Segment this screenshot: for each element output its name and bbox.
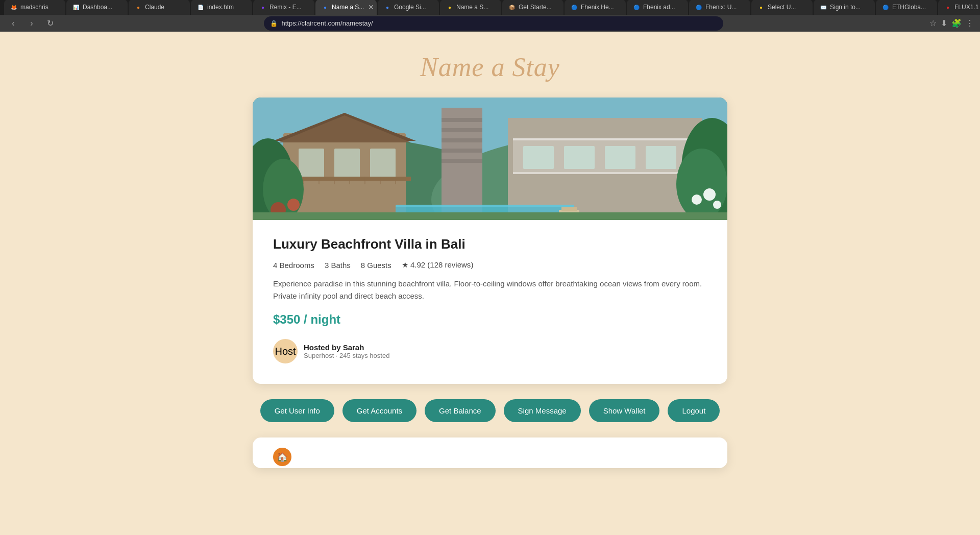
bottom-card: 🏠 <box>253 437 727 468</box>
tab-favicon-remix: ● <box>259 4 266 11</box>
forward-button[interactable]: › <box>24 16 39 31</box>
tab-label-flux: FLUX1.1 [p... <box>954 4 980 11</box>
svg-rect-20 <box>442 138 482 142</box>
star-icon: ★ <box>402 260 408 269</box>
tab-label-select: Select U... <box>768 4 796 11</box>
action-buttons: Get User Info Get Accounts Get Balance S… <box>253 399 727 422</box>
tab-favicon-fhenix1: 🔵 <box>571 4 578 11</box>
svg-rect-42 <box>396 205 574 207</box>
tab-label-google: Google Si... <box>394 4 426 11</box>
baths-info: 3 Baths <box>325 261 351 270</box>
browser-toolbar: ‹ › ↻ 🔒 https://claircent.com/namestay/ … <box>0 15 980 32</box>
tab-claude[interactable]: ● Claude <box>129 0 190 15</box>
tab-favicon-fhenix3: 🔵 <box>695 4 702 11</box>
tab-remix[interactable]: ● Remix - E... <box>253 0 314 15</box>
get-accounts-button[interactable]: Get Accounts <box>342 399 416 422</box>
host-info: Hosted by Sarah Superhost · 245 stays ho… <box>304 343 389 359</box>
svg-rect-25 <box>513 138 697 140</box>
rating-value: 4.92 <box>410 260 425 269</box>
host-avatar: Host <box>273 339 298 363</box>
download-icon[interactable]: ⬇ <box>941 18 947 28</box>
svg-point-39 <box>703 188 716 201</box>
svg-rect-44 <box>561 207 577 211</box>
tab-label-fhenix3: Fhenix: U... <box>705 4 737 11</box>
svg-rect-45 <box>253 212 727 220</box>
tab-madschris[interactable]: 🦊 madschris <box>4 0 65 15</box>
tab-label-dashboard: Dashboa... <box>83 4 112 11</box>
svg-point-40 <box>713 201 721 209</box>
tab-label-signin: Sign in to... <box>830 4 861 11</box>
tab-favicon-madschris: 🦊 <box>10 4 17 11</box>
sign-message-button[interactable]: Sign Message <box>504 399 581 422</box>
reload-button[interactable]: ↻ <box>43 16 57 31</box>
svg-rect-7 <box>334 149 360 179</box>
tab-select[interactable]: ● Select U... <box>751 0 813 15</box>
guests-info: 8 Guests <box>361 261 391 270</box>
show-wallet-button[interactable]: Show Wallet <box>589 399 660 422</box>
tab-label-claude: Claude <box>145 4 164 11</box>
tab-namestay-active[interactable]: ● Name a S... ✕ <box>315 0 377 15</box>
tab-dashboard[interactable]: 📊 Dashboa... <box>66 0 128 15</box>
tab-namestay2[interactable]: ● Name a S... <box>440 0 501 15</box>
tab-label-index: index.htm <box>207 4 234 11</box>
svg-rect-30 <box>646 146 676 169</box>
tab-favicon-dashboard: 📊 <box>72 4 80 11</box>
tab-favicon-namestay-active: ● <box>322 4 329 11</box>
tab-label-ethglobal: ETHGloba... <box>892 4 926 11</box>
svg-rect-28 <box>564 146 595 169</box>
svg-point-35 <box>287 199 300 211</box>
tab-fhenix1[interactable]: 🔵 Fhenix He... <box>565 0 626 15</box>
tab-index[interactable]: 📄 index.htm <box>191 0 252 15</box>
tab-favicon-signin: ✉️ <box>820 4 827 11</box>
property-image <box>253 98 727 220</box>
property-card: Luxury Beachfront Villa in Bali 4 Bedroo… <box>253 98 727 384</box>
tab-fhenix2[interactable]: 🔵 Fhenix ad... <box>627 0 688 15</box>
tab-google[interactable]: ● Google Si... <box>378 0 439 15</box>
tab-label-fhenix1: Fhenix He... <box>581 4 614 11</box>
property-name: Luxury Beachfront Villa in Bali <box>273 236 707 252</box>
page-title: Name a Stay <box>0 52 980 82</box>
tab-signin[interactable]: ✉️ Sign in to... <box>814 0 875 15</box>
get-balance-button[interactable]: Get Balance <box>425 399 496 422</box>
get-user-info-button[interactable]: Get User Info <box>260 399 334 422</box>
tab-favicon-claude: ● <box>135 4 142 11</box>
tab-label-namestay-active: Name a S... <box>332 4 364 11</box>
svg-rect-9 <box>293 177 411 181</box>
tab-favicon-fhenix2: 🔵 <box>633 4 640 11</box>
svg-rect-6 <box>299 149 324 179</box>
rating-info: ★ 4.92 (128 reviews) <box>402 260 474 270</box>
tab-label-remix: Remix - E... <box>270 4 302 11</box>
logout-button[interactable]: Logout <box>668 399 720 422</box>
tab-fhenix3[interactable]: 🔵 Fhenix: U... <box>689 0 750 15</box>
back-button[interactable]: ‹ <box>6 16 20 31</box>
tab-close-icon[interactable]: ✕ <box>367 3 375 11</box>
property-price: $350 / night <box>273 312 707 327</box>
svg-rect-8 <box>370 149 396 179</box>
tab-flux[interactable]: ● FLUX1.1 [p... <box>938 0 980 15</box>
bookmark-icon[interactable]: ☆ <box>929 18 937 28</box>
reviews-count: 128 reviews <box>430 260 471 269</box>
tab-favicon-index: 📄 <box>197 4 204 11</box>
tab-favicon-google: ● <box>384 4 391 11</box>
host-section: Host Hosted by Sarah Superhost · 245 sta… <box>273 339 707 363</box>
svg-rect-26 <box>513 172 697 174</box>
svg-point-38 <box>692 194 702 205</box>
tab-favicon-namestay2: ● <box>446 4 453 11</box>
bedrooms-info: 4 Bedrooms <box>273 261 314 270</box>
bottom-card-icon: 🏠 <box>273 448 291 466</box>
svg-rect-18 <box>442 118 482 122</box>
address-bar[interactable]: 🔒 https://claircent.com/namestay/ <box>264 16 723 31</box>
tab-ethglobal[interactable]: 🔵 ETHGloba... <box>876 0 937 15</box>
tab-favicon-ethglobal: 🔵 <box>882 4 889 11</box>
extensions-icon[interactable]: 🧩 <box>951 18 962 28</box>
menu-icon[interactable]: ⋮ <box>966 18 974 28</box>
browser-tabs: 🦊 madschris 📊 Dashboa... ● Claude 📄 inde… <box>0 0 980 15</box>
tab-label-madschris: madschris <box>20 4 48 11</box>
tab-getstarted[interactable]: 📦 Get Starte... <box>502 0 564 15</box>
svg-rect-22 <box>442 159 482 163</box>
svg-rect-29 <box>605 146 635 169</box>
lock-icon: 🔒 <box>270 20 278 27</box>
host-name: Hosted by Sarah <box>304 343 389 352</box>
tab-favicon-select: ● <box>757 4 765 11</box>
browser-chrome: 🦊 madschris 📊 Dashboa... ● Claude 📄 inde… <box>0 0 980 32</box>
